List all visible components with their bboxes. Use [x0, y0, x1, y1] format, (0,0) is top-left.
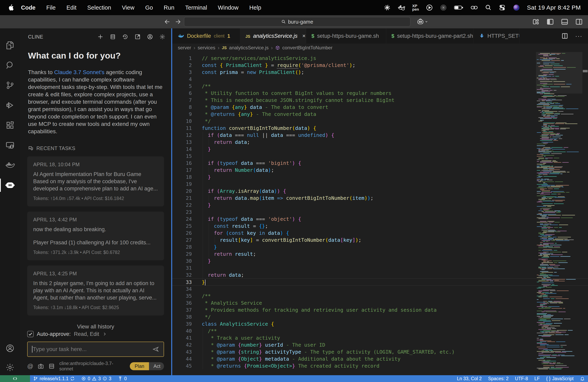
tab-setup-https-buru-game.sh[interactable]: $setup-https-buru-game.sh	[306, 28, 386, 43]
activity-bar-item-search[interactable]	[0, 56, 20, 74]
line-number[interactable]: 43	[172, 348, 192, 355]
line-number[interactable]: 12	[172, 132, 192, 139]
menubar-control-center-icon[interactable]	[499, 4, 506, 11]
line-number[interactable]: 24	[172, 216, 192, 223]
tab-analyticsService.js[interactable]: JSanalyticsService.js×	[240, 28, 306, 43]
line-number[interactable]: 32	[172, 271, 192, 279]
code-line[interactable]: 6 * Utility function to convert BigInt v…	[172, 90, 588, 97]
code-line[interactable]: 17 return Number(data);	[172, 167, 588, 174]
menu-item-terminal[interactable]: Terminal	[180, 4, 213, 11]
breadcrumb[interactable]: server›services›JSanalyticsService.js›co…	[172, 43, 588, 52]
tab-HTTPS_SETUP_B[interactable]: HTTPS_SETUP_B	[474, 28, 519, 43]
code-line[interactable]: 42 * @param {number} userId - The user I…	[172, 342, 588, 348]
menu-item-window[interactable]: Window	[212, 4, 244, 11]
code-line[interactable]: 21 return data.map(item => convertBigInt…	[172, 195, 588, 202]
menubar-play-circle-icon[interactable]	[426, 4, 433, 11]
menu-bar-clock[interactable]: Sat 19 Apr 8:42 PM	[527, 4, 581, 11]
customize-layout-icon[interactable]	[532, 18, 540, 26]
task-input[interactable]: Type your task here...	[27, 342, 164, 357]
line-number[interactable]: 18	[172, 174, 192, 181]
cursor-position[interactable]: Ln 33, Col 2	[454, 375, 485, 382]
line-number[interactable]: 27	[172, 237, 192, 244]
breadcrumb-item[interactable]: server	[178, 45, 191, 51]
line-number[interactable]: 38	[172, 313, 192, 321]
line-number[interactable]: 35	[172, 292, 192, 300]
code-line[interactable]: 1// server/services/analyticsService.js	[172, 55, 588, 62]
line-number[interactable]: 37	[172, 306, 192, 313]
line-number[interactable]: 39	[172, 321, 192, 327]
code-line[interactable]: 9 * @returns {any} - The converted data	[172, 111, 588, 118]
toggle-primary-sidebar-icon[interactable]	[546, 18, 554, 26]
plan-mode-button[interactable]: Plan	[130, 362, 149, 370]
indentation[interactable]: Spaces: 2	[485, 375, 512, 382]
code-line[interactable]: 43 * @param {string} activityType - The …	[172, 348, 588, 355]
code-line[interactable]: 25 const result = {};	[172, 223, 588, 229]
line-number[interactable]: 34	[172, 286, 192, 292]
new-task-icon[interactable]	[97, 34, 104, 40]
code-line[interactable]: 4	[172, 76, 588, 83]
line-number[interactable]: 8	[172, 104, 192, 111]
menubar-xppen-icon[interactable]: XPpen	[412, 4, 419, 11]
open-in-editor-icon[interactable]	[134, 34, 141, 40]
code-line[interactable]: 10 */	[172, 118, 588, 125]
view-all-history-link[interactable]: View all history	[20, 324, 171, 330]
line-number[interactable]: 15	[172, 153, 192, 160]
line-number[interactable]: 23	[172, 209, 192, 216]
auto-approve-row[interactable]: Auto-approve: Read, Edit	[27, 331, 164, 337]
task-card[interactable]: APRIL 13, 4:25 PMIn this 2 player game, …	[27, 266, 164, 315]
line-number[interactable]: 5	[172, 83, 192, 90]
code-line[interactable]: 31	[172, 265, 588, 271]
notifications-bell-icon[interactable]	[577, 375, 588, 382]
line-number[interactable]: 21	[172, 195, 192, 202]
line-number[interactable]: 42	[172, 342, 192, 348]
plan-act-toggle[interactable]: Plan Act	[130, 362, 164, 370]
tab-Dockerfile[interactable]: Dockerfileclient1	[172, 28, 240, 43]
code-line[interactable]: 41 * Track a user activity	[172, 334, 588, 342]
code-line[interactable]: 14 }	[172, 146, 588, 153]
code-line[interactable]: 26 for (const key in data) {	[172, 229, 588, 237]
code-line[interactable]: 36 * Analytics Service	[172, 300, 588, 306]
code-line[interactable]: 3const prisma = new PrismaClient();	[172, 69, 588, 76]
breadcrumb-item[interactable]: services	[198, 45, 215, 51]
code-line[interactable]: 2const { PrismaClient } = require('@pris…	[172, 62, 588, 69]
code-line[interactable]: 32 return data;	[172, 271, 588, 279]
command-center-search[interactable]: buru-game	[184, 17, 410, 27]
editor-scrollbar[interactable]	[582, 52, 588, 375]
split-editor-icon[interactable]	[561, 32, 568, 39]
line-number[interactable]: 9	[172, 111, 192, 118]
menu-item-go[interactable]: Go	[140, 4, 158, 11]
line-number[interactable]: 13	[172, 139, 192, 146]
code-line[interactable]: 13 return data;	[172, 139, 588, 146]
line-number[interactable]: 1	[172, 55, 192, 62]
code-line[interactable]: 24 if (typeof data === 'object') {	[172, 216, 588, 223]
task-card[interactable]: APRIL 13, 4:42 PMnow the dealing also br…	[27, 211, 164, 260]
encoding[interactable]: UTF-8	[512, 375, 531, 382]
code-line[interactable]: 11function convertBigIntToNumber(data) {	[172, 125, 588, 132]
send-icon[interactable]	[152, 346, 159, 353]
activity-bar-item-docker[interactable]	[0, 156, 20, 174]
code-line[interactable]: 33}	[172, 279, 588, 286]
code-line[interactable]: 27 result[key] = convertBigIntToNumber(d…	[172, 237, 588, 244]
menu-item-help[interactable]: Help	[244, 4, 267, 11]
line-number[interactable]: 31	[172, 265, 192, 271]
model-link[interactable]: Claude 3.7 Sonnet's	[54, 69, 105, 75]
code-line[interactable]: 19	[172, 181, 588, 188]
task-card[interactable]: APRIL 18, 10:04 PMAI Agent Implementatio…	[27, 156, 164, 206]
act-mode-button[interactable]: Act	[149, 362, 164, 370]
code-line[interactable]: 28 }	[172, 244, 588, 250]
menu-item-view[interactable]: View	[117, 4, 140, 11]
navigate-forward-icon[interactable]	[174, 18, 181, 25]
activity-bar-item-extensions[interactable]	[0, 116, 20, 134]
code-line[interactable]: 15	[172, 153, 588, 160]
menu-item-run[interactable]: Run	[158, 4, 180, 11]
line-number[interactable]: 33	[172, 279, 192, 286]
toggle-panel-icon[interactable]	[561, 18, 568, 26]
copilot-button[interactable]	[416, 18, 428, 26]
breadcrumb-item[interactable]: analyticsService.js	[229, 45, 269, 51]
settings-gear-icon[interactable]	[159, 34, 166, 40]
activity-bar-item-source-control[interactable]	[0, 76, 20, 94]
code-line[interactable]: 45 * @returns {Promise<Object>} The crea…	[172, 363, 588, 369]
mcp-servers-icon[interactable]	[48, 363, 55, 369]
camera-icon[interactable]	[38, 363, 44, 369]
line-number[interactable]: 36	[172, 300, 192, 306]
